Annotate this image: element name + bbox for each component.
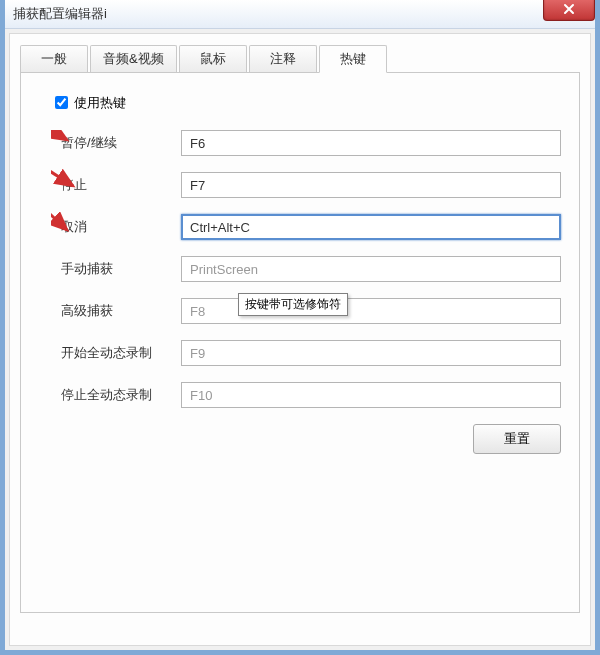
hotkey-input-start-record[interactable] bbox=[181, 340, 561, 366]
use-hotkeys-row: 使用热键 bbox=[51, 93, 561, 112]
tab-av[interactable]: 音频&视频 bbox=[90, 45, 177, 72]
hotkey-input-pause[interactable] bbox=[181, 130, 561, 156]
hotkey-label: 取消 bbox=[51, 218, 181, 236]
use-hotkeys-label: 使用热键 bbox=[74, 94, 126, 112]
close-button[interactable] bbox=[543, 0, 595, 21]
hotkey-row-cancel: 取消 bbox=[51, 214, 561, 240]
tab-annotate[interactable]: 注释 bbox=[249, 45, 317, 72]
window-title: 捕获配置编辑器i bbox=[5, 5, 107, 23]
hotkey-input-stop-record[interactable] bbox=[181, 382, 561, 408]
hotkey-row-pause: 暂停/继续 bbox=[51, 130, 561, 156]
tab-hotkeys[interactable]: 热键 bbox=[319, 45, 387, 73]
hotkey-label: 停止全动态录制 bbox=[51, 386, 181, 404]
hotkey-input-stop[interactable] bbox=[181, 172, 561, 198]
hotkey-rows: 暂停/继续 停止 取消 手动捕获 高级捕获 bbox=[51, 130, 561, 408]
hotkey-label: 暂停/继续 bbox=[51, 134, 181, 152]
button-row: 重置 bbox=[51, 424, 561, 454]
hotkey-input-manual[interactable] bbox=[181, 256, 561, 282]
hotkey-label: 停止 bbox=[51, 176, 181, 194]
tab-mouse[interactable]: 鼠标 bbox=[179, 45, 247, 72]
hotkey-row-stop: 停止 bbox=[51, 172, 561, 198]
hotkeys-page: 使用热键 暂停/继续 停止 取消 手动捕获 bbox=[20, 73, 580, 613]
hotkey-row-manual: 手动捕获 bbox=[51, 256, 561, 282]
use-hotkeys-checkbox[interactable] bbox=[55, 96, 68, 109]
tab-strip: 一般 音频&视频 鼠标 注释 热键 bbox=[20, 44, 580, 73]
reset-button[interactable]: 重置 bbox=[473, 424, 561, 454]
hotkey-input-cancel[interactable] bbox=[181, 214, 561, 240]
hotkey-row-stop-record: 停止全动态录制 bbox=[51, 382, 561, 408]
dialog-window: 捕获配置编辑器i 一般 音频&视频 鼠标 注释 热键 使用热键 暂停/继续 bbox=[0, 0, 600, 655]
client-area: 一般 音频&视频 鼠标 注释 热键 使用热键 暂停/继续 停止 bbox=[9, 33, 591, 646]
tab-general[interactable]: 一般 bbox=[20, 45, 88, 72]
titlebar: 捕获配置编辑器i bbox=[5, 0, 595, 29]
hotkey-row-start-record: 开始全动态录制 bbox=[51, 340, 561, 366]
close-icon bbox=[563, 3, 575, 15]
hotkey-label: 高级捕获 bbox=[51, 302, 181, 320]
hotkey-label: 手动捕获 bbox=[51, 260, 181, 278]
hotkey-label: 开始全动态录制 bbox=[51, 344, 181, 362]
hotkey-tooltip: 按键带可选修饰符 bbox=[238, 293, 348, 316]
